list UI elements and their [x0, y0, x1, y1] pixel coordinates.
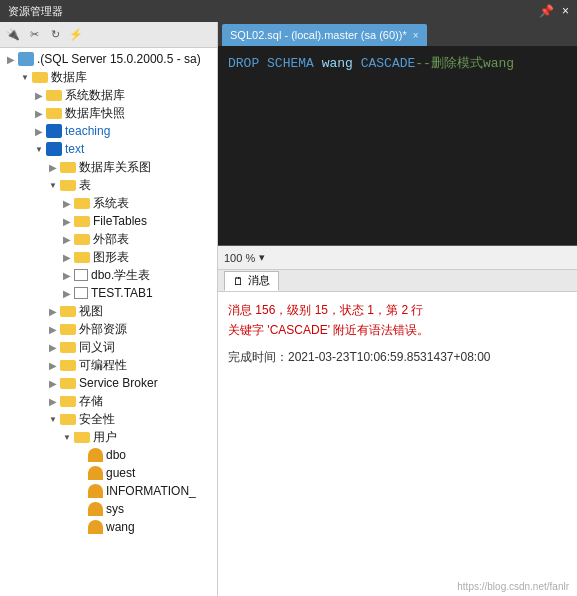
expand-icon[interactable]: ▶ [60, 214, 74, 228]
tree-item-programmability[interactable]: ▶可编程性 [0, 356, 217, 374]
tree-item-wang_user[interactable]: wang [0, 518, 217, 536]
sql-editor[interactable]: DROP SCHEMA wang CASCADE --删除模式wang [218, 46, 577, 246]
tab-close-btn[interactable]: × [413, 30, 419, 41]
expand-icon[interactable]: ▶ [46, 304, 60, 318]
tree-item-tables[interactable]: ▼表 [0, 176, 217, 194]
expand-icon[interactable]: ▶ [46, 340, 60, 354]
title-bar: 资源管理器 📌 × [0, 0, 577, 22]
tree-item-teaching[interactable]: ▶teaching [0, 122, 217, 140]
expand-icon[interactable] [74, 448, 88, 462]
tree-item-graphtables[interactable]: ▶图形表 [0, 248, 217, 266]
editor-tab[interactable]: SQL02.sql - (local).master (sa (60))* × [222, 24, 427, 46]
tree-item-label: Service Broker [79, 376, 158, 390]
expand-icon[interactable]: ▼ [32, 142, 46, 156]
tree-item-label: 外部表 [93, 231, 129, 248]
expand-icon[interactable]: ▶ [32, 106, 46, 120]
results-area: 100 % ▾ 🗒 消息 消息 156，级别 15，状态 1，第 2 行 关键字… [218, 246, 577, 596]
connect-btn[interactable]: 🔌 [4, 26, 22, 44]
tree-item-label: wang [106, 520, 135, 534]
expand-icon[interactable] [74, 520, 88, 534]
expand-icon[interactable]: ▼ [18, 70, 32, 84]
results-content: 消息 156，级别 15，状态 1，第 2 行 关键字 'CASCADE' 附近… [218, 292, 577, 580]
expand-icon[interactable]: ▼ [46, 178, 60, 192]
expand-icon[interactable] [74, 502, 88, 516]
pin-icon[interactable]: 📌 [539, 4, 554, 18]
zoom-level: 100 % [224, 252, 255, 264]
messages-tab-icon: 🗒 [233, 275, 244, 287]
tree-item-test_tab1[interactable]: ▶TEST.TAB1 [0, 284, 217, 302]
tree-item-snapshot[interactable]: ▶数据库快照 [0, 104, 217, 122]
watermark: https://blog.csdn.net/fanlr [457, 581, 569, 592]
kw-schema: SCHEMA [267, 54, 314, 75]
refresh-btn[interactable]: ↻ [46, 26, 64, 44]
expand-icon[interactable]: ▶ [60, 232, 74, 246]
tree-item-synonyms[interactable]: ▶同义词 [0, 338, 217, 356]
error-line-1: 消息 156，级别 15，状态 1，第 2 行 [228, 300, 567, 320]
tree-item-systables[interactable]: ▶系统表 [0, 194, 217, 212]
tree-item-label: dbo [106, 448, 126, 462]
expand-icon[interactable]: ▶ [46, 358, 60, 372]
tree-item-dbdiagram[interactable]: ▶数据库关系图 [0, 158, 217, 176]
tree-item-label: 可编程性 [79, 357, 127, 374]
expand-icon[interactable] [74, 466, 88, 480]
tree-item-users[interactable]: ▼用户 [0, 428, 217, 446]
panel-toolbar: 🔌 ✂ ↻ ⚡ [0, 22, 217, 48]
expand-icon[interactable]: ▶ [60, 250, 74, 264]
expand-icon[interactable]: ▼ [46, 412, 60, 426]
expand-icon[interactable]: ▶ [46, 394, 60, 408]
tree-item-label: TEST.TAB1 [91, 286, 153, 300]
tree-item-servicebroker[interactable]: ▶Service Broker [0, 374, 217, 392]
tree-item-storage[interactable]: ▶存储 [0, 392, 217, 410]
tree-item-views[interactable]: ▶视图 [0, 302, 217, 320]
tree-item-databases[interactable]: ▼数据库 [0, 68, 217, 86]
tab-bar: SQL02.sql - (local).master (sa (60))* × [218, 22, 577, 46]
tree-item-dbo_student[interactable]: ▶dbo.学生表 [0, 266, 217, 284]
expand-icon[interactable]: ▶ [32, 124, 46, 138]
tree-item-label: dbo.学生表 [91, 267, 150, 284]
zoom-dropdown[interactable]: ▾ [259, 251, 265, 264]
tree-item-label: 数据库 [51, 69, 87, 86]
tree-item-label: 表 [79, 177, 91, 194]
tree-item-label: 同义词 [79, 339, 115, 356]
tree-item-security[interactable]: ▼安全性 [0, 410, 217, 428]
sql-line-1: DROP SCHEMA wang CASCADE --删除模式wang [228, 54, 567, 75]
messages-tab-label: 消息 [248, 273, 270, 288]
tree-item-sysdb[interactable]: ▶系统数据库 [0, 86, 217, 104]
tree-item-label: INFORMATION_ [106, 484, 196, 498]
expand-icon[interactable]: ▶ [60, 286, 74, 300]
tree-item-label: 视图 [79, 303, 103, 320]
expand-icon[interactable]: ▶ [46, 322, 60, 336]
tree-item-label: sys [106, 502, 124, 516]
expand-icon[interactable]: ▶ [46, 376, 60, 390]
close-panel-icon[interactable]: × [562, 4, 569, 18]
disconnect-btn[interactable]: ✂ [25, 26, 43, 44]
schema-name: wang [322, 54, 353, 75]
expand-icon[interactable]: ▶ [60, 268, 74, 282]
tree-item-label: 系统数据库 [65, 87, 125, 104]
tree-item-text[interactable]: ▼text [0, 140, 217, 158]
tree-item-connect[interactable]: ▶.(SQL Server 15.0.2000.5 - sa) [0, 50, 217, 68]
tree-item-filetables[interactable]: ▶FileTables [0, 212, 217, 230]
tree-area[interactable]: ▶.(SQL Server 15.0.2000.5 - sa)▼数据库▶系统数据… [0, 48, 217, 596]
expand-icon[interactable] [74, 484, 88, 498]
tree-item-label: 用户 [93, 429, 117, 446]
results-toolbar: 100 % ▾ [218, 246, 577, 270]
tree-item-sys_user[interactable]: sys [0, 500, 217, 518]
sql-comment: --删除模式wang [415, 54, 514, 75]
expand-icon[interactable]: ▶ [4, 52, 18, 66]
expand-icon[interactable]: ▶ [32, 88, 46, 102]
filter-btn[interactable]: ⚡ [67, 26, 85, 44]
completion-text: 完成时间：2021-03-23T10:06:59.8531437+08:00 [228, 349, 567, 366]
expand-icon[interactable]: ▶ [60, 196, 74, 210]
kw-drop: DROP [228, 54, 259, 75]
tree-item-label: .(SQL Server 15.0.2000.5 - sa) [37, 52, 201, 66]
tree-item-guest_user[interactable]: guest [0, 464, 217, 482]
right-panel: SQL02.sql - (local).master (sa (60))* × … [218, 22, 577, 596]
tree-item-information_user[interactable]: INFORMATION_ [0, 482, 217, 500]
tree-item-extresources[interactable]: ▶外部资源 [0, 320, 217, 338]
messages-tab[interactable]: 🗒 消息 [224, 271, 279, 291]
expand-icon[interactable]: ▶ [46, 160, 60, 174]
expand-icon[interactable]: ▼ [60, 430, 74, 444]
tree-item-exttables[interactable]: ▶外部表 [0, 230, 217, 248]
tree-item-dbo_user[interactable]: dbo [0, 446, 217, 464]
